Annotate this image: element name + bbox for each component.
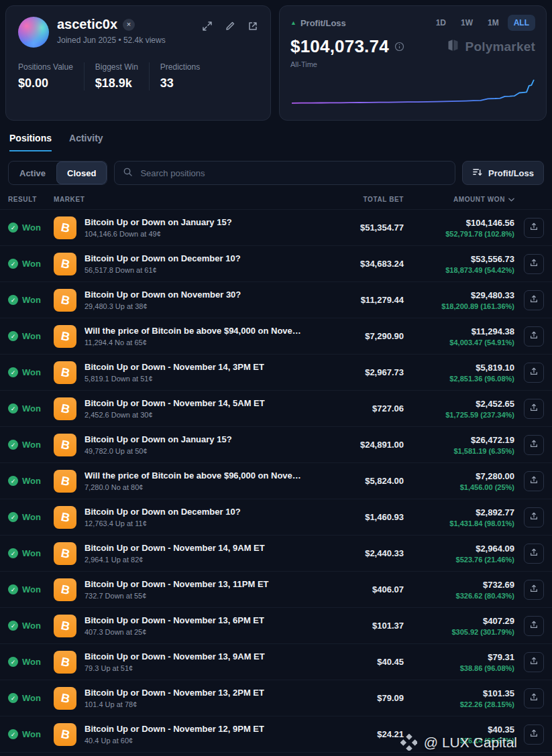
market-title[interactable]: Bitcoin Up or Down - November 14, 5AM ET [85, 398, 265, 408]
share-position-button[interactable] [524, 544, 544, 564]
market-title[interactable]: Bitcoin Up or Down on January 15? [85, 217, 232, 227]
won-check-icon: ✓ [8, 476, 18, 486]
result-label: Won [22, 512, 41, 522]
market-title[interactable]: Bitcoin Up or Down on December 10? [85, 253, 241, 263]
table-row[interactable]: ✓ Won B Will the price of Bitcoin be abo… [0, 463, 552, 499]
share-position-button[interactable] [524, 290, 544, 310]
market-cell[interactable]: B Bitcoin Up or Down on December 10? 12,… [54, 506, 307, 529]
total-bet-value: $5,824.00 [365, 476, 404, 486]
market-subtitle: 40.4 Up at 60¢ [85, 737, 264, 745]
range-1w-button[interactable]: 1W [455, 15, 479, 31]
amount-won-value: $7,280.00 [460, 471, 514, 481]
market-cell[interactable]: B Bitcoin Up or Down - November 13, 11PM… [54, 578, 307, 601]
market-title[interactable]: Will the price of Bitcoin be above $94,0… [85, 326, 307, 336]
tab-activity[interactable]: Activity [69, 133, 103, 151]
compare-arrows-icon[interactable] [202, 21, 213, 32]
table-row[interactable]: ✓ Won B Bitcoin Up or Down on January 15… [0, 210, 552, 246]
market-cell[interactable]: B Will the price of Bitcoin be above $94… [54, 325, 307, 348]
amount-won-profit: $1,431.84 (98.01%) [449, 519, 514, 527]
market-title[interactable]: Bitcoin Up or Down - November 14, 3PM ET [85, 362, 264, 372]
market-cell[interactable]: B Bitcoin Up or Down - November 14, 9AM … [54, 542, 307, 565]
table-row[interactable]: ✓ Won B Bitcoin Up or Down - November 13… [0, 572, 552, 608]
search-box[interactable] [114, 161, 455, 185]
export-icon [529, 692, 539, 704]
total-bet-value: $2,967.73 [365, 367, 404, 377]
result-label: Won [22, 584, 41, 594]
share-position-button[interactable] [524, 616, 544, 636]
table-row[interactable]: ✓ Won B Will the price of Bitcoin be abo… [0, 318, 552, 355]
header-amount-won[interactable]: AMOUNT WON [453, 196, 514, 203]
market-cell[interactable]: B Bitcoin Up or Down on December 10? 56,… [54, 253, 307, 275]
segment-closed[interactable]: Closed [56, 162, 107, 184]
table-row[interactable]: ✓ Won B Bitcoin Up or Down - November 13… [0, 608, 552, 644]
market-title[interactable]: Bitcoin Up or Down - November 13, 9AM ET [85, 651, 265, 662]
total-bet-value: $727.06 [372, 403, 404, 414]
market-subtitle: 104,146.6 Down at 49¢ [85, 230, 232, 238]
info-icon[interactable] [394, 42, 404, 52]
table-row[interactable]: ✓ Won B Bitcoin Up or Down - November 14… [0, 536, 552, 572]
share-position-button[interactable] [524, 399, 544, 419]
share-position-button[interactable] [524, 724, 544, 745]
edit-icon[interactable] [225, 21, 235, 32]
range-1m-button[interactable]: 1M [482, 15, 505, 31]
table-row[interactable]: ✓ Won B Bitcoin Up or Down - November 13… [0, 644, 552, 680]
table-row[interactable]: ✓ Won B Bitcoin Up or Down on December 1… [0, 499, 552, 536]
amount-won-value: $40.35 [460, 724, 514, 735]
result-cell: ✓ Won [8, 657, 47, 667]
market-title[interactable]: Bitcoin Up or Down on November 30? [85, 290, 241, 300]
total-bet-value: $2,440.33 [365, 548, 404, 558]
market-title[interactable]: Bitcoin Up or Down - November 13, 6PM ET [85, 615, 264, 625]
market-cell[interactable]: B Bitcoin Up or Down - November 13, 6PM … [54, 615, 307, 637]
market-cell[interactable]: B Bitcoin Up or Down on January 15? 49,7… [54, 434, 307, 456]
range-all-button[interactable]: ALL [508, 15, 535, 31]
market-title[interactable]: Bitcoin Up or Down on January 15? [85, 434, 232, 444]
table-row[interactable]: ✓ Won B Bitcoin Up or Down - November 13… [0, 680, 552, 716]
market-title[interactable]: Bitcoin Up or Down - November 14, 9AM ET [85, 543, 265, 553]
market-cell[interactable]: B Bitcoin Up or Down - November 14, 3PM … [54, 361, 307, 384]
share-position-button[interactable] [524, 218, 544, 238]
table-row[interactable]: ✓ Won B Bitcoin Up or Down - November 14… [0, 355, 552, 391]
pnl-chart [290, 74, 535, 113]
table-row[interactable]: ✓ Won B Bitcoin Up or Down - November 14… [0, 391, 552, 427]
search-input[interactable] [139, 168, 447, 179]
segment-active[interactable]: Active [9, 162, 56, 184]
market-cell[interactable]: B Bitcoin Up or Down on November 30? 29,… [54, 289, 307, 312]
market-title[interactable]: Bitcoin Up or Down - November 13, 2PM ET [85, 688, 264, 698]
share-position-button[interactable] [524, 580, 544, 600]
share-position-button[interactable] [524, 471, 544, 491]
market-title[interactable]: Bitcoin Up or Down - November 13, 11PM E… [85, 579, 269, 589]
table-row[interactable]: ✓ Won B Bitcoin Up or Down on December 1… [0, 246, 552, 282]
export-icon [529, 584, 539, 595]
result-cell: ✓ Won [8, 331, 47, 341]
share-position-button[interactable] [524, 326, 544, 346]
market-cell[interactable]: B Will the price of Bitcoin be above $96… [54, 470, 307, 493]
range-1d-button[interactable]: 1D [430, 15, 452, 31]
market-title[interactable]: Bitcoin Up or Down on December 10? [85, 507, 241, 517]
market-cell[interactable]: B Bitcoin Up or Down - November 14, 5AM … [54, 397, 307, 420]
share-position-button[interactable] [524, 652, 544, 672]
market-cell[interactable]: B Bitcoin Up or Down - November 13, 2PM … [54, 687, 307, 710]
sort-button[interactable]: Profit/Loss [462, 161, 544, 185]
market-title[interactable]: Bitcoin Up or Down - November 12, 9PM ET [85, 724, 264, 734]
bitcoin-icon: B [54, 687, 76, 710]
share-position-button[interactable] [524, 507, 544, 527]
won-check-icon: ✓ [8, 367, 18, 377]
avatar[interactable] [18, 17, 49, 48]
total-bet-value: $40.45 [377, 657, 404, 667]
share-position-button[interactable] [524, 363, 544, 383]
x-social-badge[interactable]: × [123, 19, 135, 31]
stat-value: 33 [160, 76, 200, 90]
share-profile-icon[interactable] [247, 21, 258, 32]
market-cell[interactable]: B Bitcoin Up or Down - November 13, 9AM … [54, 651, 307, 674]
stat-biggest-win: Biggest Win $18.9k [84, 62, 138, 90]
table-row[interactable]: ✓ Won B Bitcoin Up or Down on November 3… [0, 282, 552, 318]
tab-positions[interactable]: Positions [9, 133, 52, 151]
table-row[interactable]: ✓ Won B Bitcoin Up or Down on January 15… [0, 427, 552, 463]
market-cell[interactable]: B Bitcoin Up or Down on January 15? 104,… [54, 216, 307, 239]
share-position-button[interactable] [524, 254, 544, 274]
market-title[interactable]: Will the price of Bitcoin be above $96,0… [85, 470, 307, 481]
share-position-button[interactable] [524, 688, 544, 708]
won-check-icon: ✓ [8, 584, 18, 594]
market-cell[interactable]: B Bitcoin Up or Down - November 12, 9PM … [54, 723, 307, 746]
share-position-button[interactable] [524, 435, 544, 455]
